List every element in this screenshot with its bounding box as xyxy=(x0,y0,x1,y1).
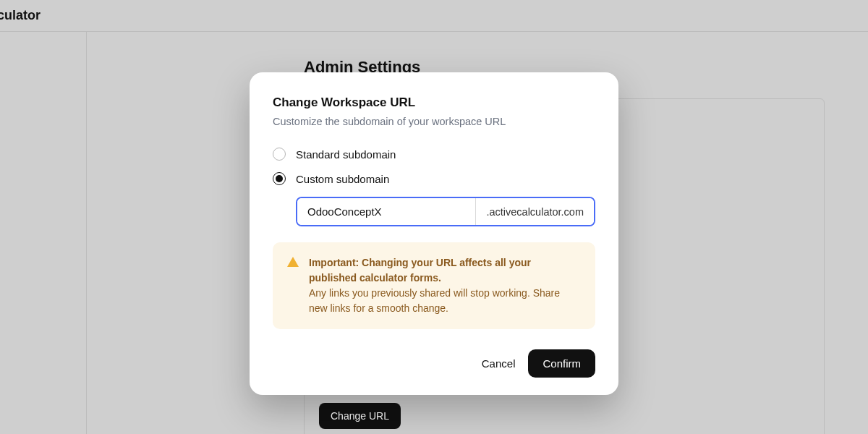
confirm-button[interactable]: Confirm xyxy=(528,349,595,378)
cancel-button[interactable]: Cancel xyxy=(482,357,516,370)
warning-line2: Any links you previously shared will sto… xyxy=(309,287,560,314)
modal-overlay: Change Workspace URL Customize the subdo… xyxy=(0,0,868,434)
warning-line1: Important: Changing your URL affects all… xyxy=(309,257,531,284)
change-url-modal: Change Workspace URL Customize the subdo… xyxy=(250,72,618,395)
domain-suffix: .activecalculator.com xyxy=(475,198,594,225)
warning-text: Important: Changing your URL affects all… xyxy=(309,255,581,316)
radio-circle-standard[interactable] xyxy=(273,148,286,161)
radio-circle-custom[interactable] xyxy=(273,172,286,185)
radio-custom[interactable]: Custom subdomain xyxy=(273,172,595,185)
modal-subtitle: Customize the subdomain of your workspac… xyxy=(273,116,595,127)
modal-title: Change Workspace URL xyxy=(273,95,595,110)
warning-icon xyxy=(287,257,299,267)
warning-box: Important: Changing your URL affects all… xyxy=(273,242,595,329)
modal-actions: Cancel Confirm xyxy=(273,349,595,378)
radio-label-custom: Custom subdomain xyxy=(296,173,389,185)
subdomain-input-group: .activecalculator.com xyxy=(296,197,595,226)
radio-label-standard: Standard subdomain xyxy=(296,148,396,161)
radio-standard[interactable]: Standard subdomain xyxy=(273,148,595,161)
subdomain-input[interactable] xyxy=(297,198,475,225)
